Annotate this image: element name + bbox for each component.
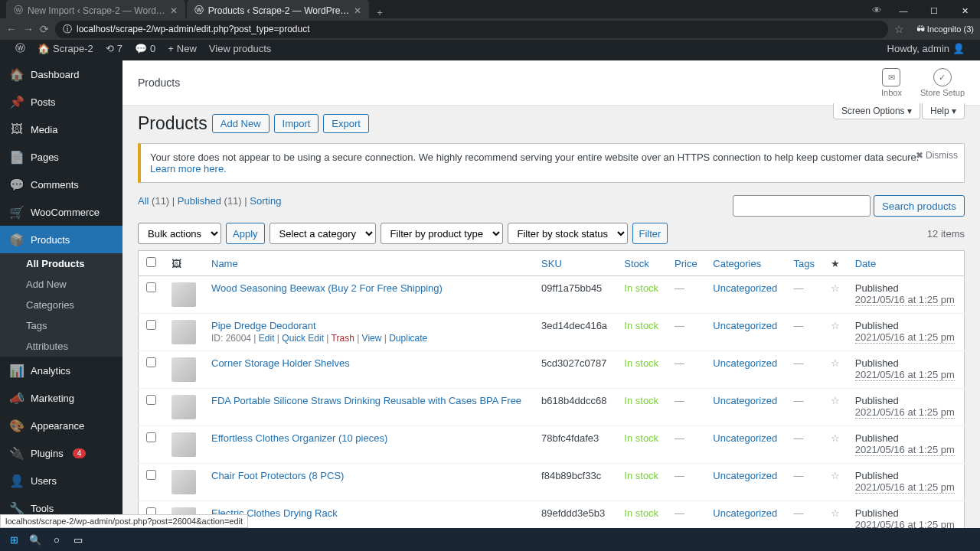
filter-button[interactable]: Filter [632, 223, 668, 244]
row-checkbox[interactable] [146, 320, 156, 330]
featured-cell[interactable]: ☆ [823, 426, 848, 464]
sidebar-item-woocommerce[interactable]: 🛒WooCommerce [0, 198, 122, 226]
search-button[interactable]: Search products [874, 195, 965, 217]
url-bar[interactable]: ⓘ localhost/scrape-2/wp-admin/edit.php?p… [55, 21, 888, 38]
featured-cell[interactable]: ☆ [823, 314, 848, 351]
task-view-icon[interactable]: ▭ [67, 529, 89, 550]
categories-header[interactable]: Categories [705, 251, 786, 276]
dismiss-button[interactable]: ✖ Dismiss [916, 150, 958, 161]
filter-published[interactable]: Published [178, 195, 221, 207]
row-checkbox[interactable] [146, 470, 156, 480]
help-tab[interactable]: Help ▾ [922, 103, 965, 119]
view-products-link[interactable]: View products [203, 43, 277, 54]
close-icon[interactable]: ✕ [170, 5, 178, 16]
site-link[interactable]: 🏠 Scrape-2 [31, 43, 100, 54]
sidebar-item-marketing[interactable]: 📣Marketing [0, 384, 122, 412]
back-button[interactable]: ← [6, 23, 17, 35]
stock-status-select[interactable]: Filter by stock status [508, 223, 628, 244]
product-name-link[interactable]: Effortless Clothes Organizer (10 pieces) [211, 432, 387, 444]
date-header[interactable]: Date [848, 251, 965, 276]
bookmark-icon[interactable]: ☆ [894, 23, 904, 35]
featured-cell[interactable]: ☆ [823, 389, 848, 426]
trash-link[interactable]: Trash [332, 333, 354, 344]
price-header[interactable]: Price [667, 251, 705, 276]
tags-header[interactable]: Tags [786, 251, 823, 276]
sidebar-item-comments[interactable]: 💬Comments [0, 171, 122, 198]
forward-button[interactable]: → [23, 23, 34, 35]
product-name-link[interactable]: Pipe Dredge Deodorant [211, 320, 316, 331]
product-thumbnail[interactable] [172, 470, 196, 494]
select-all-checkbox[interactable] [146, 257, 156, 267]
submenu-add-new[interactable]: Add New [0, 274, 122, 295]
product-name-link[interactable]: FDA Portable Silicone Straws Drinking Re… [211, 395, 521, 406]
wp-logo[interactable]: ⓦ [9, 41, 31, 55]
sidebar-item-dashboard[interactable]: 🏠Dashboard [0, 60, 122, 88]
search-icon[interactable]: 🔍 [24, 529, 46, 550]
bulk-actions-select[interactable]: Bulk actions [138, 223, 221, 244]
import-button[interactable]: Import [274, 114, 319, 133]
product-thumbnail[interactable] [172, 395, 196, 419]
sidebar-item-pages[interactable]: 📄Pages [0, 143, 122, 171]
updates-link[interactable]: ⟲ 7 [100, 43, 129, 54]
filter-all[interactable]: All [138, 195, 149, 207]
filter-sorting[interactable]: Sorting [250, 195, 281, 207]
row-checkbox[interactable] [146, 395, 156, 405]
row-checkbox[interactable] [146, 282, 156, 292]
sku-header[interactable]: SKU [534, 251, 616, 276]
close-icon[interactable]: ✕ [354, 5, 361, 16]
inbox-button[interactable]: ✉ Inbox [881, 68, 902, 97]
view-link[interactable]: View [362, 333, 382, 344]
name-header[interactable]: Name [204, 251, 534, 276]
submenu-tags[interactable]: Tags [0, 315, 122, 336]
sidebar-item-products[interactable]: 📦Products [0, 226, 122, 253]
category-link[interactable]: Uncategorized [713, 395, 777, 406]
product-thumbnail[interactable] [172, 282, 196, 307]
featured-cell[interactable]: ☆ [823, 464, 848, 501]
product-thumbnail[interactable] [172, 320, 196, 344]
submenu-attributes[interactable]: Attributes [0, 336, 122, 357]
select-all-header[interactable] [139, 251, 165, 276]
category-link[interactable]: Uncategorized [713, 320, 777, 331]
category-link[interactable]: Uncategorized [713, 282, 777, 294]
screen-options-tab[interactable]: Screen Options ▾ [833, 103, 920, 119]
export-button[interactable]: Export [323, 114, 369, 133]
product-type-select[interactable]: Filter by product type [381, 223, 503, 244]
category-link[interactable]: Uncategorized [713, 470, 777, 481]
category-select[interactable]: Select a category [270, 223, 376, 244]
cortana-icon[interactable]: ○ [46, 529, 67, 550]
sidebar-item-posts[interactable]: 📌Posts [0, 88, 122, 116]
product-thumbnail[interactable] [172, 357, 196, 382]
new-link[interactable]: + New [162, 43, 203, 54]
edit-link[interactable]: Edit [259, 333, 275, 344]
start-button[interactable]: ⊞ [3, 529, 24, 550]
product-name-link[interactable]: Corner Storage Holder Shelves [211, 357, 350, 369]
sidebar-item-users[interactable]: 👤Users [0, 467, 122, 494]
sidebar-item-analytics[interactable]: 📊Analytics [0, 357, 122, 384]
stock-header[interactable]: Stock [616, 251, 667, 276]
product-thumbnail[interactable] [172, 432, 196, 457]
sidebar-item-media[interactable]: 🖼Media [0, 116, 122, 143]
quick-edit-link[interactable]: Quick Edit [282, 333, 324, 344]
sidebar-item-appearance[interactable]: 🎨Appearance [0, 412, 122, 439]
learn-more-link[interactable]: Learn more here. [150, 163, 227, 174]
search-input[interactable] [733, 195, 871, 217]
store-setup-button[interactable]: ✓ Store Setup [920, 68, 965, 97]
add-new-button[interactable]: Add New [212, 114, 270, 133]
sidebar-item-plugins[interactable]: 🔌Plugins4 [0, 439, 122, 467]
apply-button[interactable]: Apply [226, 223, 265, 244]
category-link[interactable]: Uncategorized [713, 357, 777, 369]
category-link[interactable]: Uncategorized [713, 507, 777, 519]
product-name-link[interactable]: Chair Foot Protectors (8 PCS) [211, 470, 344, 481]
howdy-user[interactable]: Howdy, admin 👤 [881, 43, 971, 54]
row-checkbox[interactable] [146, 357, 156, 367]
category-link[interactable]: Uncategorized [713, 432, 777, 444]
featured-cell[interactable]: ☆ [823, 276, 848, 314]
comments-link[interactable]: 💬 0 [129, 43, 162, 54]
row-checkbox[interactable] [146, 432, 156, 442]
product-name-link[interactable]: Wood Seasoning Beewax (Buy 2 For Free Sh… [211, 282, 443, 294]
submenu-all-products[interactable]: All Products [0, 253, 122, 274]
featured-cell[interactable]: ☆ [823, 351, 848, 389]
submenu-categories[interactable]: Categories [0, 295, 122, 315]
duplicate-link[interactable]: Duplicate [389, 333, 427, 344]
reload-button[interactable]: ⟳ [40, 23, 49, 35]
